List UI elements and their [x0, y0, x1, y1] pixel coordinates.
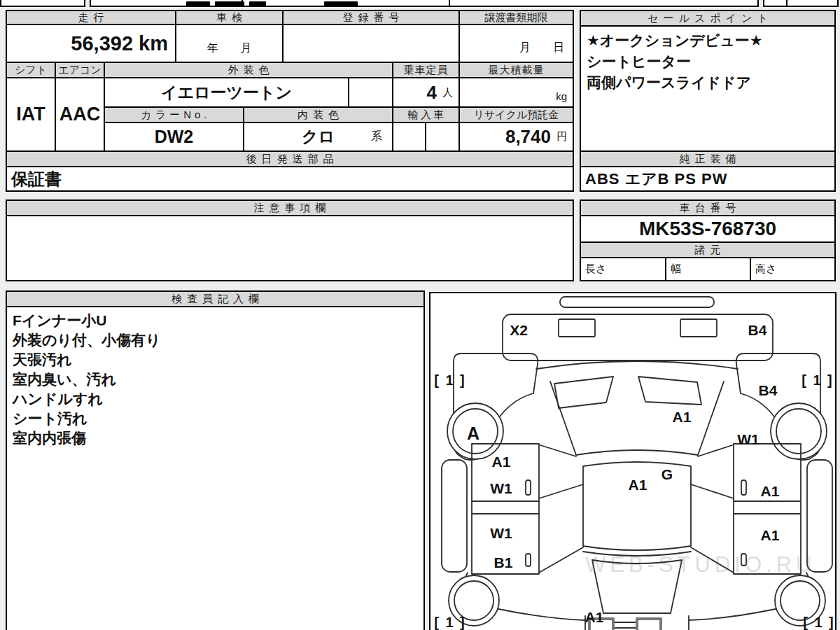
damage-code-rear-panel: A1 [585, 609, 604, 625]
cutoff-row-cell [763, 0, 789, 7]
interior-color-value: クロ 系 [243, 122, 393, 152]
car-damage-diagram: X2B4[ 1 ][ 1 ]AB4W1A1GA1W1W1B1A1A1A1A1[ … [429, 292, 836, 630]
damage-code-rear-right-door: A1 [761, 527, 780, 543]
genuine-equipment-header: 純正装備 [580, 150, 836, 167]
notes-body [6, 215, 574, 281]
auction-sheet: 走行 車検 登録番号 譲渡書類期限 56,392 km 年 月 月 日 シフト … [0, 0, 840, 630]
interior-color-name: クロ [302, 126, 335, 148]
recycle-fee-header: リサイクル預託金 [458, 106, 574, 123]
sales-point-line: シートヒーター [587, 51, 763, 72]
interior-color-suffix: 系 [371, 130, 382, 144]
damage-code-tread-front-right: [ 1 ] [802, 372, 834, 388]
transfer-deadline-header: 譲渡書類期限 [458, 10, 574, 25]
damage-code-tread-rear-right: [ 1 ] [803, 615, 835, 630]
max-load-header: 最大積載量 [458, 62, 574, 78]
inspection-value: 年 月 [175, 24, 284, 63]
sales-point-line: 両側パワースライドドア [587, 72, 763, 93]
aircon-value: AAC [55, 77, 105, 152]
recycle-fee-value: 8,740 円 [458, 122, 574, 152]
aircon-header: エアコン [55, 62, 105, 78]
inspector-notes-header: 検査員記入欄 [6, 290, 425, 307]
cutoff-text-fragment [186, 1, 210, 6]
inspector-note-line: 外装のり付、小傷有り [13, 330, 160, 350]
capacity-header: 乗車定員 [392, 62, 460, 78]
spec-width-cell: 幅 [665, 257, 751, 281]
registration-value [282, 24, 460, 63]
max-load-value: kg [458, 77, 574, 108]
damage-code-front-left-wheel: A [467, 424, 479, 443]
inspector-note-line: Fインナー小U [13, 311, 160, 330]
shift-value: IAT [6, 77, 56, 152]
sales-point-line: ★オークションデビュー★ [587, 30, 763, 51]
mileage-header: 走行 [6, 10, 176, 25]
damage-code-windshield: A1 [673, 409, 692, 425]
damage-code-front-right-fender: B4 [759, 382, 778, 398]
genuine-equipment-value: ABS エアB PS PW [580, 166, 836, 192]
exterior-color-value: イエローツートン [104, 77, 349, 108]
inspector-note-line: 天張汚れ [13, 350, 160, 370]
sales-points-list: ★オークションデビュー★シートヒーター両側パワースライドドア [581, 27, 769, 97]
damage-code-glass: G [662, 466, 673, 482]
inspector-note-line: ハンドルすれ [13, 389, 160, 409]
sales-points-header: セールスポイント [580, 10, 836, 27]
shift-header: シフト [6, 62, 56, 78]
damage-code-front-bumper-right: B4 [748, 322, 767, 338]
chassis-value: MK53S-768730 [580, 215, 836, 243]
damage-code-front-bumper-left: X2 [510, 322, 528, 338]
cutoff-row-cell [786, 0, 839, 7]
damage-code-rear-left-door-lower: B1 [494, 554, 513, 570]
damage-code-front-left-door-upper: A1 [492, 454, 511, 470]
registration-header: 登録番号 [282, 10, 460, 25]
inspector-note-line: 室内臭い、汚れ [13, 370, 160, 389]
recycle-fee-number: 8,740 [505, 126, 551, 148]
capacity-value: 4 人 [392, 77, 460, 108]
import-car-cell-b [425, 122, 460, 152]
later-parts-header: 後日発送部品 [6, 150, 574, 167]
sales-points-body: ★オークションデビュー★シートヒーター両側パワースライドドア [580, 25, 836, 152]
spec-length-cell: 長さ [580, 257, 666, 281]
color-no-header: カラーNo. [104, 106, 244, 123]
damage-code-front-right-pillar: W1 [737, 431, 760, 447]
mileage-value: 56,392 km [6, 24, 176, 63]
exterior-color-extra-cell [348, 77, 393, 108]
cutoff-text-fragment [324, 1, 358, 6]
inspector-notes-body: Fインナー小U外装のり付、小傷有り天張汚れ室内臭い、汚れハンドルすれシート汚れ室… [6, 306, 425, 630]
cutoff-text-fragment [215, 1, 244, 6]
damage-code-tread-front-left: [ 1 ] [434, 372, 466, 388]
exterior-color-header: 外装色 [104, 62, 393, 78]
notes-header: 注意事項欄 [6, 200, 574, 216]
damage-code-roof: A1 [629, 477, 648, 493]
capacity-number: 4 [427, 82, 437, 104]
inspector-notes-list: Fインナー小U外装のり付、小傷有り天張汚れ室内臭い、汚れハンドルすれシート汚れ室… [7, 307, 166, 451]
interior-color-header: 内装色 [243, 106, 393, 123]
cutoff-row-cell [449, 0, 759, 7]
damage-code-front-right-door: A1 [761, 483, 780, 499]
damage-code-tread-rear-left: [ 1 ] [434, 615, 466, 630]
damage-code-rear-left-door-upper: W1 [490, 525, 512, 541]
specs-header: 諸元 [580, 241, 836, 258]
inspector-note-line: 室内内張傷 [13, 428, 160, 448]
color-no-value: DW2 [104, 122, 244, 152]
spec-height-cell: 高さ [750, 257, 836, 281]
transfer-deadline-value: 月 日 [458, 24, 574, 63]
cutoff-row-cell [0, 0, 85, 7]
capacity-unit: 人 [442, 86, 453, 99]
import-car-header: 輸入車 [392, 106, 460, 123]
import-car-cell-a [392, 122, 426, 152]
damage-code-front-left-door-lower: W1 [490, 480, 512, 496]
recycle-fee-unit: 円 [556, 130, 567, 144]
damage-code-labels: X2B4[ 1 ][ 1 ]AB4W1A1GA1W1W1B1A1A1A1A1[ … [434, 322, 835, 630]
chassis-header: 車台番号 [580, 200, 836, 216]
inspection-header: 車検 [175, 10, 284, 25]
cutoff-text-fragment [249, 1, 266, 6]
inspector-note-line: シート汚れ [13, 409, 160, 428]
later-parts-value: 保証書 [6, 166, 574, 192]
